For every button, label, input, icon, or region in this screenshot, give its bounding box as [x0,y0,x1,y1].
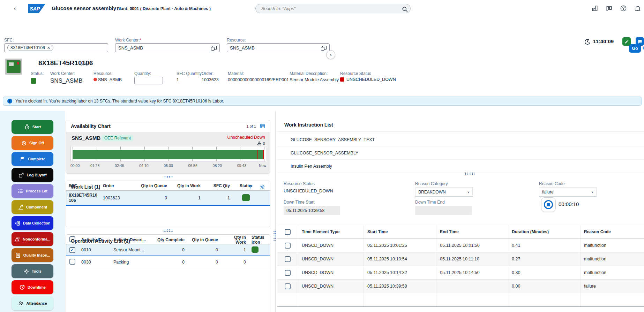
column-header[interactable]: Start Time [364,225,436,238]
sidebar-button-complete[interactable]: Complete [12,152,53,166]
operation-activity-row[interactable]: 0030Packing000 [66,256,270,268]
column-header[interactable]: Reason Code [581,225,644,238]
quantity-input[interactable] [134,77,163,84]
production-processes-icon[interactable] [591,5,598,12]
splitter-handle[interactable] [163,229,173,232]
flag-icon [20,156,25,162]
work-instruction-item[interactable]: Insulin Pen Assembly [277,160,644,173]
clear-button[interactable]: C [643,46,644,51]
sidebar-button-quality-inspe[interactable]: Quality Inspe... [12,248,53,262]
row-checkbox[interactable] [69,259,75,265]
work-list-row[interactable]: 8X18ET45R101061003623011 [66,191,270,206]
sidebar-button-process-lot[interactable]: Process Lot [12,184,53,198]
sidebar-button-component[interactable]: Component [12,200,53,214]
row-checkbox[interactable] [285,256,291,262]
sign-off-icon [21,140,27,146]
down-segment [263,150,264,159]
row-checkbox[interactable] [285,283,291,289]
search-input[interactable] [261,6,402,12]
work-center-filter-input[interactable]: SNS_ASMB [115,43,220,52]
resource-down-dot-icon [93,78,97,81]
chart-resource-name: SNS_ASMB [72,135,100,141]
resource-status-form-value: UNSCHEDULED_DOWN [284,189,333,193]
down-status-icon [340,77,344,82]
sidebar-button-downtime[interactable]: Downtime [12,280,53,294]
axis-tick-label: 02:46 [115,163,124,168]
op-list-rows: ✓0010Sensor Mount...0010030Packing000 [66,244,270,268]
work-instruction-list-title: Work Instruction List [284,122,333,128]
availability-timeline[interactable] [70,146,266,161]
order-value: 1003623 [202,77,219,82]
sidebar-button-start[interactable]: Start [12,120,53,134]
app-search[interactable] [255,4,411,13]
search-icon[interactable] [402,6,407,11]
reason-code-select[interactable]: failure∨ [539,187,597,197]
column-header[interactable]: Time Element Type [298,225,364,238]
reason-category-select[interactable]: BREAKDOWN∨ [415,187,473,197]
status-sub-bar: 11:40:09 [0,17,644,31]
value-help-icon[interactable] [212,46,217,50]
axis-tick-label: Now [259,163,266,168]
value-help-icon[interactable] [322,46,327,50]
row-checkbox[interactable]: ✓ [69,247,75,253]
action-sidebar: StartSign OffCompleteLog BuyoffProcess L… [0,111,65,312]
vertical-splitter-handle[interactable] [273,231,276,241]
column-header[interactable]: Duration (Minutes) [508,225,581,238]
sidebar-button-sign-off[interactable]: Sign Off [12,136,53,150]
downtime-row[interactable]: UNSCD_DOWN05.11.2025 10:14:3205.11.2025 … [277,266,644,280]
work-instruction-item[interactable]: GLUCOSE_SENSOR_ASSEMBLY [277,146,644,160]
plant-info: Plant: 0001 ( Discrete Plant - Auto & Ma… [117,6,211,11]
filter-icon[interactable] [248,184,253,190]
history-clock-icon[interactable] [584,38,590,44]
back-chevron-icon[interactable]: ‹ [14,5,16,12]
stop-timer-button[interactable] [541,197,556,212]
remove-token-icon[interactable]: ✕ [47,46,50,50]
now-marker [257,150,258,159]
axis-tick-label: 05:33 [164,163,173,168]
gear-icon[interactable] [260,184,265,190]
timeline-axis-labels: 00:0001:2302:4604:1005:3306:5608:2009:43… [70,163,266,168]
material-label: Material: [228,71,244,76]
splitter-handle[interactable] [163,175,173,178]
row-checkbox[interactable] [285,243,291,249]
work-list-card: Work List (1) SFCOrderQty in QueueQty in… [66,181,270,227]
sfc-filter-label: SFC: [4,38,14,43]
sfc-token[interactable]: 8X18ET45R10106✕ [7,45,53,51]
hierarchy-count[interactable]: 0 [257,141,265,146]
row-checkbox[interactable] [285,270,291,276]
help-icon[interactable] [620,5,627,12]
work-center-filter-label: Work Center:* [115,38,141,43]
feedback-icon[interactable] [606,5,613,12]
downtime-row[interactable] [277,293,644,307]
people-icon [18,300,24,306]
resource-status-value: UNSCHEDULED_DOWN [340,77,396,82]
downtime-row[interactable]: UNSCD_DOWN05.11.2025 10:39:580.00failure [277,280,644,293]
operation-activity-card: Operation Activity List (2) Activity IDA… [66,234,270,312]
notifications-bell-icon[interactable] [634,5,641,12]
sfc-filter-input[interactable]: 8X18ET45R10106✕ [4,43,108,52]
downtime-row[interactable]: UNSCD_DOWN05.11.2025 10:10:5405.11.2025 … [277,252,644,266]
downtime-table: Time Element TypeStart TimeEnd TimeDurat… [277,225,644,307]
collapse-header-button[interactable]: ∧ [326,50,335,59]
list-view-icon[interactable] [260,123,265,129]
column-header[interactable]: End Time [436,225,508,238]
availability-chart-card: Availability Chart 1 of 1 SNS_ASMB OEE R… [66,120,270,174]
chevron-down-icon: ∨ [467,190,470,194]
axis-tick-label: 08:20 [213,163,222,168]
downtime-table-rows: UNSCD_DOWN05.11.2025 10:01:2505.11.2025 … [277,239,644,307]
sidebar-button-log-buyoff[interactable]: Log Buyoff [12,168,53,182]
downtime-row[interactable]: UNSCD_DOWN05.11.2025 10:01:2505.11.2025 … [277,239,644,252]
axis-tick-label: 04:10 [139,163,148,168]
sidebar-button-label: Quality Inspe... [23,253,50,257]
splitter-handle[interactable] [465,172,474,175]
select-all-checkbox[interactable] [285,229,291,235]
go-button[interactable]: Go [629,44,641,53]
sidebar-button-nonconforma[interactable]: Nonconforma... [12,232,53,246]
sidebar-button-data-collection[interactable]: Data Collection [12,216,53,230]
down-time-end-input [415,206,472,215]
resource-filter-input[interactable]: SNS_ASMB [227,43,330,52]
work-instruction-item[interactable]: GLUCOSE_SENSORY_ASSEMBLY_TEXT [277,133,644,146]
app-title[interactable]: Glucose sensor assembly∨ [52,5,121,11]
sidebar-button-attendance[interactable]: Attendance [12,296,53,310]
sidebar-button-tools[interactable]: Tools [12,264,53,278]
